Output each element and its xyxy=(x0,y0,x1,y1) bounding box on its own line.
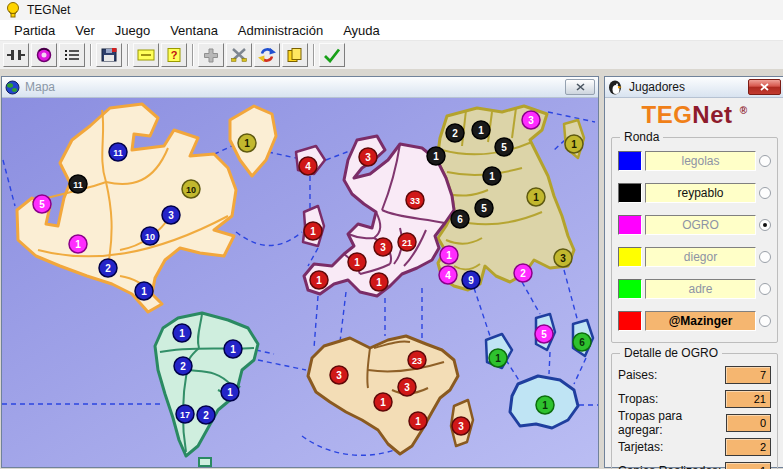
svg-text:2: 2 xyxy=(520,268,526,279)
player-radio[interactable] xyxy=(759,251,771,263)
territory-marker[interactable]: 3 xyxy=(330,366,348,384)
territory-marker[interactable]: 23 xyxy=(408,351,426,369)
territory-marker[interactable]: 3 xyxy=(554,249,572,267)
svg-text:1: 1 xyxy=(354,257,360,268)
svg-text:5: 5 xyxy=(541,329,547,340)
territory-marker[interactable]: 2 xyxy=(446,124,464,142)
svg-text:1: 1 xyxy=(478,125,484,136)
player-radio[interactable] xyxy=(759,187,771,199)
territory-marker[interactable]: 9 xyxy=(462,271,480,289)
territory-marker[interactable]: 1 xyxy=(527,188,545,206)
territory-marker[interactable]: 11 xyxy=(109,143,127,161)
map-close-button[interactable] xyxy=(565,79,595,95)
territory-marker[interactable]: 1 xyxy=(536,396,554,414)
connect-button[interactable] xyxy=(3,43,29,67)
confirm-button[interactable] xyxy=(319,43,345,67)
player-color-swatch xyxy=(618,215,642,235)
svg-text:1: 1 xyxy=(415,416,421,427)
player-radio[interactable] xyxy=(759,283,771,295)
attack-button[interactable] xyxy=(226,43,252,67)
territory-marker[interactable]: 2 xyxy=(197,406,215,424)
cards-button[interactable] xyxy=(282,43,308,67)
territory-marker[interactable]: 11 xyxy=(69,175,87,193)
player-name-field[interactable]: adre xyxy=(645,279,756,299)
territory-marker[interactable]: 2 xyxy=(174,357,192,375)
territory-marker[interactable]: 1 xyxy=(304,222,322,240)
territory-marker[interactable]: 3 xyxy=(522,111,540,129)
territory-marker[interactable]: 21 xyxy=(398,233,416,251)
territory-marker[interactable]: 1 xyxy=(310,271,328,289)
detail-row: Tarjetas:2 xyxy=(618,438,771,456)
player-name-field[interactable]: legolas xyxy=(645,151,756,171)
menu-item-partida[interactable]: Partida xyxy=(4,21,65,40)
territory-marker[interactable]: 10 xyxy=(141,227,159,245)
save-button[interactable] xyxy=(96,43,122,67)
territory-marker[interactable]: 6 xyxy=(451,210,469,228)
territory-marker[interactable]: 3 xyxy=(374,238,392,256)
svg-text:3: 3 xyxy=(168,210,174,221)
players-window-titlebar[interactable]: Jugadores xyxy=(605,77,783,98)
territory-marker[interactable]: 1 xyxy=(135,282,153,300)
territory-marker[interactable]: 33 xyxy=(406,191,424,209)
player-name-field[interactable]: reypablo xyxy=(645,183,756,203)
svg-text:2: 2 xyxy=(452,128,458,139)
territory-marker[interactable]: 3 xyxy=(359,148,377,166)
player-radio[interactable] xyxy=(759,315,771,327)
territory-marker[interactable]: 1 xyxy=(483,167,501,185)
territory-marker[interactable]: 3 xyxy=(162,206,180,224)
territory-marker[interactable]: 1 xyxy=(472,121,490,139)
exchange-cards-button[interactable] xyxy=(254,43,280,67)
territory-marker[interactable]: 1 xyxy=(69,235,87,253)
territory-marker[interactable]: 1 xyxy=(409,412,427,430)
territory-marker[interactable]: 1 xyxy=(370,273,388,291)
player-name-field[interactable]: @Mazinger xyxy=(645,311,756,331)
player-color-swatch xyxy=(618,183,642,203)
help-button[interactable]: ? xyxy=(161,43,187,67)
territory-marker[interactable]: 1 xyxy=(489,349,507,367)
territory-marker[interactable]: 5 xyxy=(33,195,51,213)
player-radio[interactable] xyxy=(759,155,771,167)
app-icon xyxy=(5,2,21,18)
players-close-button[interactable] xyxy=(748,79,781,95)
territory-marker[interactable]: 1 xyxy=(565,135,583,153)
player-name-field[interactable]: OGRO xyxy=(645,215,756,235)
map-window-titlebar[interactable]: Mapa xyxy=(2,77,598,98)
map-window-title: Mapa xyxy=(25,80,55,94)
territory-marker[interactable]: 2 xyxy=(99,259,117,277)
svg-text:1: 1 xyxy=(244,138,250,149)
menu-item-ver[interactable]: Ver xyxy=(65,21,105,40)
territory-marker[interactable]: 3 xyxy=(452,417,470,435)
territory-marker[interactable]: 10 xyxy=(182,180,200,198)
svg-text:3: 3 xyxy=(380,242,386,253)
territory-marker[interactable]: 3 xyxy=(398,378,416,396)
territory-marker[interactable]: 4 xyxy=(439,266,457,284)
territory-marker[interactable]: 1 xyxy=(224,340,242,358)
territory-marker[interactable]: 5 xyxy=(535,325,553,343)
menu-item-juego[interactable]: Juego xyxy=(105,21,160,40)
player-radio[interactable] xyxy=(759,219,771,231)
menu-item-ayuda[interactable]: Ayuda xyxy=(333,21,390,40)
menu-item-ventana[interactable]: Ventana xyxy=(160,21,228,40)
territory-marker[interactable]: 1 xyxy=(173,324,191,342)
menu-item-administración[interactable]: Administración xyxy=(228,21,333,40)
territory-marker[interactable]: 2 xyxy=(514,264,532,282)
players-window-title: Jugadores xyxy=(629,80,685,94)
network-button[interactable] xyxy=(31,43,57,67)
territory-marker[interactable]: 5 xyxy=(495,138,513,156)
territory-marker[interactable]: 17 xyxy=(176,405,194,423)
territory-marker[interactable]: 1 xyxy=(427,147,445,165)
territory-marker[interactable]: 1 xyxy=(348,253,366,271)
territory-marker[interactable]: 6 xyxy=(573,333,591,351)
player-list-button[interactable] xyxy=(59,43,85,67)
map-canvas[interactable]: 1111510310121111211724333121311121351111… xyxy=(2,98,598,467)
svg-text:3: 3 xyxy=(365,152,371,163)
territory-marker[interactable]: 4 xyxy=(299,157,317,175)
message-button[interactable] xyxy=(133,43,159,67)
territory-marker[interactable]: 1 xyxy=(440,246,458,264)
territory-marker[interactable]: 1 xyxy=(238,134,256,152)
territory-marker[interactable]: 5 xyxy=(475,199,493,217)
territory-marker[interactable]: 1 xyxy=(221,383,239,401)
svg-text:1: 1 xyxy=(75,239,81,250)
player-name-field[interactable]: diegor xyxy=(645,247,756,267)
territory-marker[interactable]: 1 xyxy=(374,393,392,411)
